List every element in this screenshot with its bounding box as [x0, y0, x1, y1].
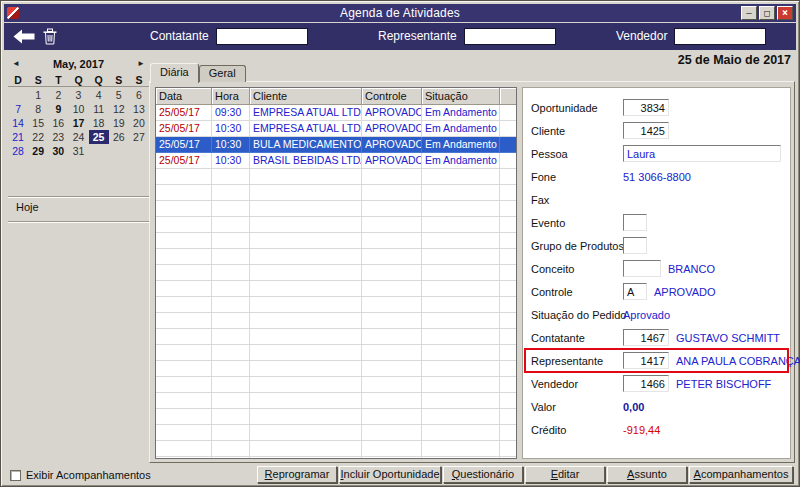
cell[interactable]: [500, 121, 516, 137]
calendar-day-27[interactable]: 27: [129, 130, 149, 144]
conceito-input[interactable]: [623, 260, 661, 277]
calendar-day-4[interactable]: 4: [89, 88, 109, 102]
close-button[interactable]: ×: [777, 6, 793, 20]
cell[interactable]: APROVADO: [362, 137, 422, 153]
trash-icon[interactable]: [42, 28, 58, 45]
calendar-day-24[interactable]: 24: [68, 130, 88, 144]
representante-input[interactable]: 1417: [623, 352, 669, 369]
calendar-day-5[interactable]: 5: [109, 88, 129, 102]
cell[interactable]: 10:30: [212, 153, 250, 169]
cell: [500, 265, 516, 281]
questionario-button[interactable]: Questionário: [443, 466, 523, 483]
exibir-acompanhamentos-checkbox[interactable]: Exibir Acompanhamentos: [10, 469, 151, 481]
empty-row: [156, 265, 516, 281]
contatante-filter-input[interactable]: [216, 28, 308, 45]
calendar-day-16[interactable]: 16: [48, 116, 68, 130]
action-button-bar: ReprogramarIncluir OportunidadeQuestioná…: [257, 466, 793, 483]
calendar-day-7[interactable]: 7: [8, 102, 28, 116]
cell[interactable]: APROVADO: [362, 121, 422, 137]
pessoa-input[interactable]: Laura: [623, 145, 781, 162]
calendar-day-19[interactable]: 19: [109, 116, 129, 130]
cell[interactable]: 25/05/17: [156, 105, 212, 121]
calendar-day-28[interactable]: 28: [8, 144, 28, 158]
cell[interactable]: APROVADO: [362, 105, 422, 121]
tab-diaria[interactable]: Diária: [150, 63, 199, 83]
cell: [422, 377, 500, 393]
oportunidade-input[interactable]: 3834: [623, 99, 669, 116]
assunto-button[interactable]: Assunto: [607, 466, 687, 483]
calendar-day-21[interactable]: 21: [8, 130, 28, 144]
calendar-day-8[interactable]: 8: [28, 102, 48, 116]
cell[interactable]: Em Andamento: [422, 137, 500, 153]
incluir-oportunidade-button[interactable]: Incluir Oportunidade: [339, 466, 441, 483]
contatante-input[interactable]: 1467: [623, 329, 669, 346]
cell[interactable]: EMPRESA ATUAL LTDA: [250, 105, 362, 121]
calendar-day-17[interactable]: 17: [68, 116, 88, 130]
cell[interactable]: [500, 105, 516, 121]
divider: [8, 221, 149, 223]
vendedor-filter-input[interactable]: [674, 28, 766, 45]
calendar-day-18[interactable]: 18: [89, 116, 109, 130]
form-row-valor: Valor0,00: [531, 395, 785, 418]
calendar-day-9[interactable]: 9: [48, 102, 68, 116]
cell[interactable]: APROVADO: [362, 153, 422, 169]
cell[interactable]: 25/05/17: [156, 137, 212, 153]
minimize-button[interactable]: –: [741, 6, 757, 20]
activity-row-3[interactable]: 25/05/1710:30BULA MEDICAMENTOS LTDAAPROV…: [156, 137, 516, 153]
cell[interactable]: 25/05/17: [156, 153, 212, 169]
activity-row-4[interactable]: 25/05/1710:30BRASIL BEBIDAS LTDAAPROVADO…: [156, 153, 516, 169]
calendar-day-2[interactable]: 2: [48, 88, 68, 102]
evento-input[interactable]: [623, 214, 647, 231]
calendar-day-15[interactable]: 15: [28, 116, 48, 130]
calendar-next-icon[interactable]: ►: [133, 56, 149, 71]
maximize-button[interactable]: □: [759, 6, 775, 20]
grupo-de-produtos-input[interactable]: [623, 237, 647, 254]
cell[interactable]: 10:30: [212, 137, 250, 153]
calendar-day-25[interactable]: 25: [89, 130, 109, 144]
representante-filter-input[interactable]: [464, 28, 556, 45]
field-label: Oportunidade: [531, 102, 623, 114]
tab-geral[interactable]: Geral: [199, 65, 246, 82]
calendar-prev-icon[interactable]: ◄: [8, 56, 24, 71]
cell[interactable]: Em Andamento: [422, 121, 500, 137]
calendar-day-29[interactable]: 29: [28, 144, 48, 158]
cell[interactable]: BULA MEDICAMENTOS LTDA: [250, 137, 362, 153]
activity-row-1[interactable]: 25/05/1709:30EMPRESA ATUAL LTDAAPROVADOE…: [156, 105, 516, 121]
calendar-day-3[interactable]: 3: [68, 88, 88, 102]
checkbox-box[interactable]: [10, 470, 21, 481]
calendar-day-12[interactable]: 12: [109, 102, 129, 116]
cell[interactable]: 25/05/17: [156, 121, 212, 137]
calendar-day-31[interactable]: 31: [68, 144, 88, 158]
cell[interactable]: BRASIL BEBIDAS LTDA: [250, 153, 362, 169]
editar-button[interactable]: Editar: [525, 466, 605, 483]
cell: [212, 345, 250, 361]
calendar-day-11[interactable]: 11: [89, 102, 109, 116]
calendar-day-23[interactable]: 23: [48, 130, 68, 144]
reprogramar-button[interactable]: Reprogramar: [257, 466, 337, 483]
calendar-day-14[interactable]: 14: [8, 116, 28, 130]
calendar-day-26[interactable]: 26: [109, 130, 129, 144]
cell[interactable]: EMPRESA ATUAL LTDA: [250, 121, 362, 137]
cell[interactable]: Em Andamento: [422, 105, 500, 121]
cell[interactable]: [500, 137, 516, 153]
calendar-day-30[interactable]: 30: [48, 144, 68, 158]
calendar-day-20[interactable]: 20: [129, 116, 149, 130]
cell[interactable]: 10:30: [212, 121, 250, 137]
acompanhamentos-button[interactable]: Acompanhamentos: [689, 466, 793, 483]
calendar-day-13[interactable]: 13: [129, 102, 149, 116]
calendar-day-22[interactable]: 22: [28, 130, 48, 144]
cell: [422, 441, 500, 457]
calendar-day-1[interactable]: 1: [28, 88, 48, 102]
cell: [156, 201, 212, 217]
calendar-day-10[interactable]: 10: [68, 102, 88, 116]
cell[interactable]: 09:30: [212, 105, 250, 121]
cell: [156, 281, 212, 297]
cliente-input[interactable]: 1425: [623, 122, 669, 139]
controle-input[interactable]: A: [623, 283, 647, 300]
calendar-day-6[interactable]: 6: [129, 88, 149, 102]
activity-row-2[interactable]: 25/05/1710:30EMPRESA ATUAL LTDAAPROVADOE…: [156, 121, 516, 137]
cell[interactable]: Em Andamento: [422, 153, 500, 169]
cell[interactable]: [500, 153, 516, 169]
vendedor-input[interactable]: 1466: [623, 375, 669, 392]
back-arrow-icon[interactable]: [13, 29, 35, 44]
